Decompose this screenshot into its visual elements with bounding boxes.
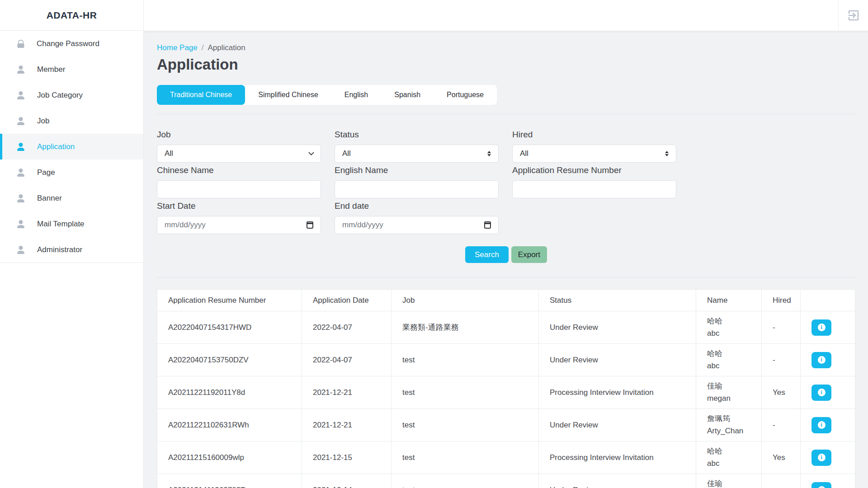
cell-status: Under Review bbox=[539, 344, 696, 376]
tab-portuguese[interactable]: Portuguese bbox=[434, 85, 497, 105]
person-icon bbox=[17, 246, 25, 254]
language-tabs: Traditional Chinese Simplified Chinese E… bbox=[157, 85, 497, 105]
cell-status: Processing Interview Invitation bbox=[539, 376, 696, 409]
col-header-application-date: Application Date bbox=[302, 290, 392, 311]
sidebar-item-member[interactable]: Member bbox=[0, 56, 143, 82]
filter-form: Job All Status All Hired All Chinese Nam… bbox=[157, 130, 855, 234]
cell-hired: - bbox=[762, 409, 801, 441]
start-date-input[interactable]: mm/dd/yyyy bbox=[157, 216, 321, 234]
info-icon: i bbox=[818, 486, 826, 488]
sidebar-item-job-category[interactable]: Job Category bbox=[0, 82, 143, 108]
status-filter-value: All bbox=[342, 149, 351, 158]
info-button[interactable]: i bbox=[811, 450, 831, 466]
sidebar-item-change-password[interactable]: Change Password bbox=[0, 31, 143, 56]
calendar-icon[interactable] bbox=[307, 221, 313, 229]
end-date-field: End date mm/dd/yyyy bbox=[335, 201, 499, 234]
cell-resume-number: A2021121411363783T bbox=[157, 474, 302, 488]
sidebar-item-application[interactable]: Application bbox=[0, 134, 143, 160]
name-chinese: 佳瑜 bbox=[707, 478, 757, 488]
table-row: A20220407153750DZV 2022-04-07 test Under… bbox=[157, 344, 855, 376]
end-date-input[interactable]: mm/dd/yyyy bbox=[335, 216, 499, 234]
info-button[interactable]: i bbox=[811, 319, 831, 336]
info-button[interactable]: i bbox=[811, 417, 831, 433]
sidebar-item-label: Administrator bbox=[37, 245, 82, 254]
main-content: Home Page / Application Application Trad… bbox=[144, 31, 868, 488]
breadcrumb-home-link[interactable]: Home Page bbox=[157, 43, 198, 52]
tab-english[interactable]: English bbox=[331, 85, 381, 105]
cell-actions: i bbox=[801, 311, 855, 344]
topbar bbox=[144, 0, 868, 31]
table-row: A2021121411363783T 2021-12-14 test Under… bbox=[157, 474, 855, 488]
sidebar-item-label: Job bbox=[37, 117, 49, 126]
logout-button[interactable] bbox=[838, 0, 868, 31]
cell-application-date: 2022-04-07 bbox=[302, 344, 392, 376]
info-button[interactable]: i bbox=[811, 385, 831, 401]
export-button[interactable]: Export bbox=[511, 246, 547, 263]
name-chinese: 佳瑜 bbox=[707, 380, 757, 392]
search-button[interactable]: Search bbox=[465, 246, 509, 263]
logout-icon bbox=[847, 9, 860, 22]
cell-name: 佳瑜 megan bbox=[696, 474, 762, 488]
sidebar-item-label: Mail Template bbox=[37, 220, 85, 229]
cell-hired: - bbox=[762, 311, 801, 344]
name-chinese: 哈哈 bbox=[707, 446, 757, 457]
name-chinese: 詹珮筠 bbox=[707, 413, 757, 425]
sidebar-item-banner[interactable]: Banner bbox=[0, 185, 143, 211]
col-header-job: Job bbox=[392, 290, 539, 311]
cell-application-date: 2021-12-14 bbox=[302, 474, 392, 488]
tab-traditional-chinese[interactable]: Traditional Chinese bbox=[157, 85, 245, 105]
sidebar-item-label: Job Category bbox=[37, 91, 83, 100]
cell-actions: i bbox=[801, 376, 855, 409]
application-resume-number-label: Application Resume Number bbox=[512, 165, 676, 175]
breadcrumb: Home Page / Application bbox=[157, 31, 855, 52]
end-date-label: End date bbox=[335, 201, 499, 211]
select-stepper-icon bbox=[487, 151, 491, 156]
chinese-name-label: Chinese Name bbox=[157, 165, 321, 175]
info-button[interactable]: i bbox=[811, 482, 831, 488]
chevron-down-icon bbox=[308, 150, 314, 155]
cell-resume-number: A20211215160009wlp bbox=[157, 441, 302, 474]
cell-actions: i bbox=[801, 409, 855, 441]
cell-application-date: 2021-12-21 bbox=[302, 376, 392, 409]
calendar-icon[interactable] bbox=[484, 221, 491, 229]
cell-application-date: 2021-12-15 bbox=[302, 441, 392, 474]
cell-hired: - bbox=[762, 344, 801, 376]
hired-filter-field: Hired All bbox=[512, 130, 676, 163]
person-icon bbox=[17, 169, 25, 177]
person-icon bbox=[17, 143, 25, 151]
cell-name: 哈哈 abc bbox=[696, 441, 762, 474]
name-english: abc bbox=[707, 328, 757, 339]
sidebar-item-administrator[interactable]: Administrator bbox=[0, 237, 143, 263]
sidebar-menu: Change Password Member Job Category Job … bbox=[0, 31, 143, 263]
sidebar-item-label: Banner bbox=[37, 194, 62, 203]
col-header-name: Name bbox=[696, 290, 762, 311]
cell-resume-number: A20220407154317HWD bbox=[157, 311, 302, 344]
cell-hired: Yes bbox=[762, 441, 801, 474]
cell-resume-number: A20220407153750DZV bbox=[157, 344, 302, 376]
brand-logo: ADATA-HR bbox=[0, 0, 143, 31]
chinese-name-input[interactable] bbox=[157, 180, 321, 198]
person-icon bbox=[17, 220, 25, 228]
cell-actions: i bbox=[801, 344, 855, 376]
cell-resume-number: A20211221102631RWh bbox=[157, 409, 302, 441]
tab-simplified-chinese[interactable]: Simplified Chinese bbox=[245, 85, 331, 105]
tab-spanish[interactable]: Spanish bbox=[381, 85, 434, 105]
cell-actions: i bbox=[801, 441, 855, 474]
sidebar-item-job[interactable]: Job bbox=[0, 108, 143, 134]
sidebar-item-label: Page bbox=[37, 168, 55, 177]
cell-application-date: 2021-12-21 bbox=[302, 409, 392, 441]
job-filter-select[interactable]: All bbox=[157, 145, 321, 163]
sidebar-item-page[interactable]: Page bbox=[0, 160, 143, 185]
info-button[interactable]: i bbox=[811, 352, 831, 368]
application-resume-number-input[interactable] bbox=[512, 180, 676, 198]
sidebar: ADATA-HR Change Password Member Job Cate… bbox=[0, 0, 144, 488]
cell-job: 業務類-通路業務 bbox=[392, 311, 539, 344]
english-name-input[interactable] bbox=[335, 180, 499, 198]
status-filter-select[interactable]: All bbox=[335, 145, 499, 163]
hired-filter-select[interactable]: All bbox=[512, 145, 676, 163]
sidebar-item-label: Application bbox=[37, 142, 75, 151]
sidebar-item-mail-template[interactable]: Mail Template bbox=[0, 211, 143, 237]
select-stepper-icon bbox=[665, 151, 669, 156]
cell-status: Processing Interview Invitation bbox=[539, 441, 696, 474]
info-icon: i bbox=[818, 356, 826, 364]
